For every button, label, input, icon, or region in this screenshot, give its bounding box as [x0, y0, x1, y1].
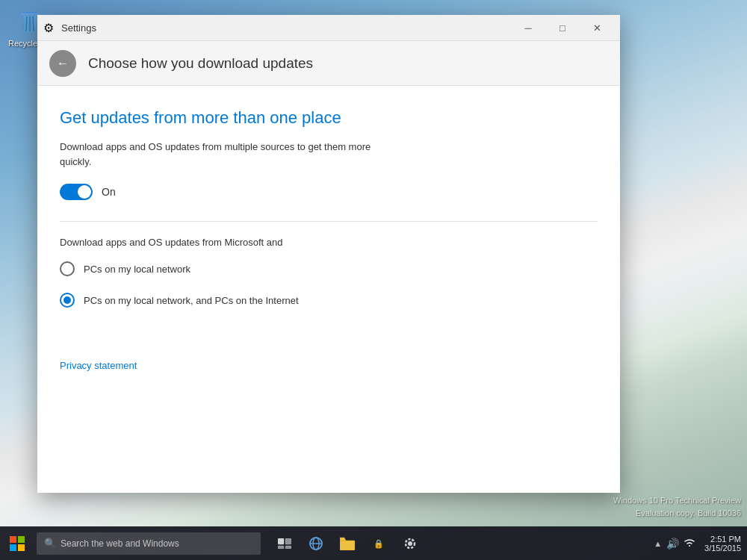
toggle-label: On	[102, 186, 116, 198]
taskbar-network-icon[interactable]	[684, 537, 695, 550]
taskbar-icon-store[interactable]: 🔒	[364, 526, 394, 560]
sub-label: Download apps and OS updates from Micros…	[60, 237, 598, 248]
description-text: Download apps and OS updates from multip…	[60, 140, 374, 169]
watermark-line1: Windows 10 Pro Technical Preview	[613, 494, 741, 507]
taskbar-icon-explorer[interactable]	[332, 526, 362, 560]
radio-outer-internet	[60, 293, 75, 308]
window-controls: ─ □ ✕	[511, 15, 614, 41]
section-title: Get updates from more than one place	[60, 108, 598, 128]
taskbar-search[interactable]: 🔍 Search the web and Windows	[37, 532, 261, 555]
svg-line-2	[26, 16, 27, 31]
radio-inner-internet	[63, 296, 71, 304]
radio-label-internet: PCs on my local network, and PCs on the …	[84, 295, 299, 306]
svg-rect-1	[21, 13, 39, 15]
watermark: Windows 10 Pro Technical Preview Evaluat…	[613, 494, 741, 519]
svg-rect-10	[285, 538, 291, 544]
privacy-link[interactable]: Privacy statement	[60, 360, 137, 371]
svg-rect-9	[278, 538, 284, 544]
back-button[interactable]: ←	[49, 50, 76, 77]
window-title: Settings	[61, 22, 511, 34]
svg-rect-16	[340, 541, 355, 550]
svg-text:🔒: 🔒	[374, 538, 384, 549]
back-icon: ←	[57, 57, 69, 70]
taskbar-clock[interactable]: 2:51 PM 3/15/2015	[704, 535, 741, 553]
svg-rect-8	[18, 544, 25, 551]
close-button[interactable]: ✕	[580, 15, 614, 41]
radio-outer-local	[60, 261, 75, 276]
svg-rect-6	[18, 536, 25, 543]
section-divider	[60, 221, 598, 222]
taskbar-icon-settings[interactable]	[395, 526, 425, 560]
title-bar: ⚙ Settings ─ □ ✕	[37, 15, 620, 41]
desktop: Recycle Bin ⚙ Settings ─ □ ✕ ← Choose ho…	[0, 0, 747, 560]
content-area: Get updates from more than one place Dow…	[37, 86, 620, 493]
svg-rect-5	[10, 536, 16, 543]
svg-rect-0	[22, 12, 37, 13]
taskbar-right: ▲ 🔊 2:51 PM 3/15/2015	[654, 535, 747, 553]
taskbar-search-icon: 🔍	[44, 538, 56, 549]
page-title: Choose how you download updates	[88, 55, 313, 72]
svg-line-4	[33, 16, 34, 31]
taskbar-sys-icons: ▲ 🔊	[654, 537, 695, 550]
taskbar-volume-icon[interactable]: 🔊	[666, 538, 679, 550]
page-header: ← Choose how you download updates	[37, 41, 620, 86]
minimize-button[interactable]: ─	[511, 15, 545, 41]
toggle-container: On	[60, 184, 598, 200]
taskbar-arrow-icon[interactable]: ▲	[654, 539, 662, 548]
clock-date: 3/15/2015	[704, 544, 741, 553]
settings-window: ⚙ Settings ─ □ ✕ ← Choose how you downlo…	[37, 15, 620, 493]
svg-point-19	[408, 541, 412, 546]
start-button[interactable]	[0, 526, 34, 560]
taskbar-search-text: Search the web and Windows	[61, 538, 179, 549]
toggle-switch[interactable]	[60, 184, 93, 200]
radio-item-internet[interactable]: PCs on my local network, and PCs on the …	[60, 293, 598, 308]
radio-label-local: PCs on my local network	[84, 264, 190, 275]
taskbar-icon-task-view[interactable]	[270, 526, 300, 560]
radio-group: PCs on my local network PCs on my local …	[60, 261, 598, 308]
maximize-button[interactable]: □	[545, 15, 580, 41]
svg-rect-7	[10, 544, 16, 551]
svg-rect-12	[285, 546, 291, 549]
clock-time: 2:51 PM	[710, 535, 741, 544]
watermark-line2: Evaluation copy. Build 10036	[613, 507, 741, 520]
taskbar: 🔍 Search the web and Windows	[0, 526, 747, 560]
svg-rect-11	[278, 546, 284, 549]
settings-window-icon: ⚙	[43, 21, 57, 34]
taskbar-app-icons: 🔒	[270, 526, 425, 560]
toggle-knob	[78, 185, 91, 199]
taskbar-icon-ie[interactable]	[301, 526, 331, 560]
radio-item-local[interactable]: PCs on my local network	[60, 261, 598, 276]
